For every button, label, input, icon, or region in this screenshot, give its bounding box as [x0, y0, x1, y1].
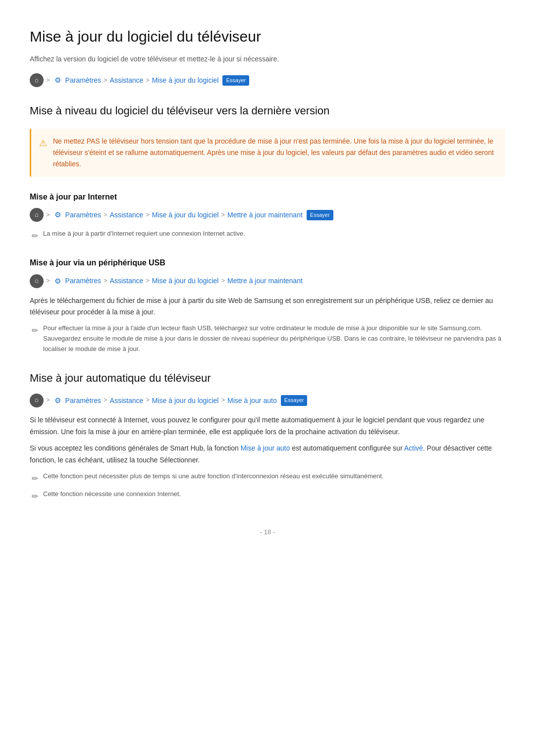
note-auto-1: ✏ Cette fonction peut nécessiter plus de… [30, 471, 505, 485]
try-badge-4[interactable]: Essayer [281, 395, 308, 406]
section4-body2-part1: Si vous acceptez les conditions générale… [30, 444, 241, 452]
home-icon-3: ⌂ [30, 274, 44, 288]
home-icon-2: ⌂ [30, 208, 44, 222]
breadcrumb-logiciel-1[interactable]: Mise à jour du logiciel [152, 75, 219, 86]
activé-link[interactable]: Activé [404, 444, 423, 452]
note-internet: ✏ La mise à jour à partir d'Internet req… [30, 229, 505, 243]
home-icon-4: ⌂ [30, 394, 44, 407]
pencil-icon-4: ✏ [32, 490, 38, 503]
note-usb: ✏ Pour effectuer la mise à jour à l'aide… [30, 323, 505, 354]
gear-icon-1: ⚙ [53, 75, 63, 86]
breadcrumb-maintenant-3[interactable]: Mettre à jour maintenant [227, 275, 303, 286]
gear-icon-4: ⚙ [53, 395, 63, 406]
separator-2b: > [104, 210, 107, 220]
pencil-icon-2: ✏ [32, 324, 38, 337]
pencil-icon-3: ✏ [32, 472, 38, 485]
separator-4d: > [221, 395, 225, 405]
gear-icon-2: ⚙ [53, 209, 63, 220]
section4-heading: Mise à jour automatique du téléviseur [30, 369, 505, 387]
separator-2c: > [146, 210, 150, 220]
breadcrumb-1: ⌂ > ⚙ Paramètres > Assistance > Mise à j… [30, 73, 505, 87]
breadcrumb-auto-4[interactable]: Mise à jour auto [227, 395, 277, 406]
separator-4c: > [146, 395, 150, 405]
note-internet-text: La mise à jour à partir d'Internet requi… [43, 229, 245, 239]
section2-heading: Mise à jour par Internet [30, 191, 505, 203]
separator-2d: > [221, 210, 225, 220]
breadcrumb-assistance-4[interactable]: Assistance [110, 395, 144, 406]
breadcrumb-2: ⌂ > ⚙ Paramètres > Assistance > Mise à j… [30, 208, 505, 222]
separator-1a: > [46, 75, 50, 86]
page-title: Mise à jour du logiciel du téléviseur [30, 25, 505, 49]
note-auto-2-text: Cette fonction nécessite une connexion I… [43, 489, 181, 500]
breadcrumb-paramètres-2[interactable]: Paramètres [65, 209, 101, 220]
note-auto-1-text: Cette fonction peut nécessiter plus de t… [43, 471, 384, 482]
page-subtitle: Affichez la version du logiciel de votre… [30, 53, 505, 64]
separator-1b: > [104, 75, 107, 86]
note-auto-2: ✏ Cette fonction nécessite une connexion… [30, 489, 505, 503]
try-badge-2[interactable]: Essayer [307, 210, 333, 221]
separator-1c: > [146, 75, 150, 86]
breadcrumb-assistance-1[interactable]: Assistance [110, 75, 144, 86]
separator-4b: > [104, 395, 107, 405]
separator-3c: > [146, 276, 150, 286]
section3-body1: Après le téléchargement du fichier de mi… [30, 295, 505, 319]
warning-icon: ⚠ [39, 136, 47, 170]
breadcrumb-assistance-2[interactable]: Assistance [110, 209, 144, 220]
home-icon-1: ⌂ [30, 73, 44, 87]
separator-4a: > [46, 395, 50, 405]
breadcrumb-paramètres-4[interactable]: Paramètres [65, 395, 101, 406]
separator-3b: > [104, 276, 107, 286]
breadcrumb-maintenant-2[interactable]: Mettre à jour maintenant [227, 209, 303, 220]
section4-body2: Si vous acceptez les conditions générale… [30, 443, 505, 466]
breadcrumb-logiciel-4[interactable]: Mise à jour du logiciel [152, 395, 219, 406]
gear-icon-3: ⚙ [53, 276, 63, 287]
section1-heading: Mise à niveau du logiciel du téléviseur … [30, 102, 505, 119]
page-footer: - 18 - [30, 527, 505, 538]
try-badge-1[interactable]: Essayer [222, 75, 249, 86]
breadcrumb-paramètres-1[interactable]: Paramètres [65, 75, 101, 86]
breadcrumb-3: ⌂ > ⚙ Paramètres > Assistance > Mise à j… [30, 274, 505, 288]
warning-text: Ne mettez PAS le téléviseur hors tension… [53, 136, 497, 170]
section4-body1: Si le téléviseur est connecté à Internet… [30, 414, 505, 438]
breadcrumb-4: ⌂ > ⚙ Paramètres > Assistance > Mise à j… [30, 394, 505, 407]
pencil-icon-1: ✏ [32, 230, 38, 243]
breadcrumb-logiciel-2[interactable]: Mise à jour du logiciel [152, 209, 219, 220]
separator-3a: > [46, 276, 50, 286]
separator-2a: > [46, 210, 50, 220]
note-usb-text: Pour effectuer la mise à jour à l'aide d… [43, 323, 505, 354]
section4-body2-part2: est automatiquement configurée sur [290, 444, 404, 452]
section3-heading: Mise à jour via un périphérique USB [30, 256, 505, 269]
breadcrumb-assistance-3[interactable]: Assistance [110, 275, 144, 286]
breadcrumb-logiciel-3[interactable]: Mise à jour du logiciel [152, 275, 219, 286]
warning-box: ⚠ Ne mettez PAS le téléviseur hors tensi… [30, 129, 505, 177]
breadcrumb-paramètres-3[interactable]: Paramètres [65, 275, 101, 286]
mise-a-jour-auto-link[interactable]: Mise à jour auto [241, 444, 290, 452]
separator-3d: > [221, 276, 225, 286]
